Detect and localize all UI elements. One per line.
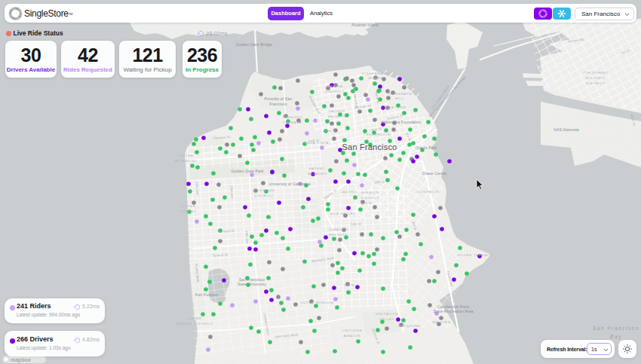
svg-text:BAYVIEW: BAYVIEW [433, 320, 452, 324]
svg-text:RICHMOND: RICHMOND [253, 188, 275, 192]
svg-text:DISTRICT: DISTRICT [325, 90, 345, 93]
svg-text:TENDERLOIN: TENDERLOIN [363, 133, 390, 136]
svg-text:29th St: 29th St [344, 283, 355, 288]
svg-text:OUTER MISSION: OUTER MISSION [300, 301, 333, 304]
svg-text:HEIGHTS: HEIGHTS [330, 233, 348, 237]
svg-text:15th St: 15th St [373, 180, 385, 185]
svg-text:DISTRICT: DISTRICT [586, 81, 606, 85]
svg-text:DISTRICT: DISTRICT [360, 196, 380, 200]
svg-text:24th St: 24th St [351, 222, 362, 227]
svg-text:7TH STREET: 7TH STREET [583, 71, 609, 75]
svg-text:HEIGHTS: HEIGHTS [328, 115, 346, 118]
svg-text:San Francisco: San Francisco [342, 142, 397, 151]
svg-text:DISTRICT: DISTRICT [254, 194, 274, 197]
svg-text:MISSION: MISSION [361, 191, 379, 194]
svg-text:Francisco: Francisco [269, 102, 287, 106]
svg-text:20th St: 20th St [361, 201, 373, 206]
svg-text:OUTER: OUTER [188, 317, 202, 320]
svg-text:CROCKER: CROCKER [342, 329, 363, 332]
svg-text:HILL: HILL [395, 96, 404, 100]
svg-text:SUNSET: SUNSET [180, 210, 197, 213]
svg-text:Alcatraz Island: Alcatraz Island [351, 23, 379, 27]
svg-text:HAIGHT-: HAIGHT- [309, 167, 327, 170]
svg-text:HISTORIC: HISTORIC [586, 76, 606, 80]
svg-text:San Francisco: San Francisco [593, 326, 639, 331]
svg-text:CASTRO: CASTRO [340, 190, 357, 194]
svg-text:NAS Alameda: NAS Alameda [554, 127, 578, 132]
svg-text:WHARF: WHARF [368, 76, 383, 80]
svg-text:AMAZON: AMAZON [344, 334, 361, 338]
svg-text:Presidio of San: Presidio of San [265, 96, 293, 101]
svg-text:DOGPATCH: DOGPATCH [417, 190, 440, 194]
svg-text:SILVER TERRACE: SILVER TERRACE [457, 253, 492, 257]
svg-text:RICHMOND: RICHMOND [175, 159, 198, 163]
svg-text:BAYSHORE: BAYSHORE [398, 324, 421, 328]
svg-text:Golden Gate Park: Golden Gate Park [231, 169, 264, 173]
svg-text:State Recreation Area: State Recreation Area [433, 309, 473, 314]
svg-text:OUTER: OUTER [182, 204, 196, 208]
svg-text:PRESIDIO: PRESIDIO [283, 115, 303, 119]
svg-text:Oracle Park: Oracle Park [416, 145, 437, 150]
svg-text:NOE VALLEY: NOE VALLEY [330, 212, 356, 216]
svg-text:MARINA: MARINA [327, 84, 342, 88]
svg-text:Fort Funston: Fort Funston [195, 292, 219, 297]
svg-text:DIAMOND: DIAMOND [329, 228, 348, 231]
svg-text:Golden Gate Bridge: Golden Gate Bridge [236, 42, 272, 47]
svg-text:SUNSET DISTRICT: SUNSET DISTRICT [176, 322, 213, 326]
svg-text:VISITATION: VISITATION [376, 312, 399, 316]
svg-text:ASHBURY: ASHBURY [308, 172, 327, 176]
svg-text:PACIFIC: PACIFIC [329, 109, 345, 113]
svg-text:FISHERMANS: FISHERMANS [362, 72, 389, 75]
svg-text:VALLEY: VALLEY [379, 317, 394, 321]
svg-text:Chase Center: Chase Center [422, 171, 446, 176]
svg-text:State University: State University [238, 282, 267, 286]
svg-text:OUTER: OUTER [179, 154, 194, 158]
svg-text:University of California: University of California [269, 182, 311, 186]
svg-text:Bay: Bay [610, 334, 622, 340]
svg-text:TERRACE: TERRACE [283, 121, 302, 124]
svg-text:TELEGRAPH: TELEGRAPH [388, 92, 413, 96]
svg-text:CHINATOWN: CHINATOWN [382, 106, 406, 109]
